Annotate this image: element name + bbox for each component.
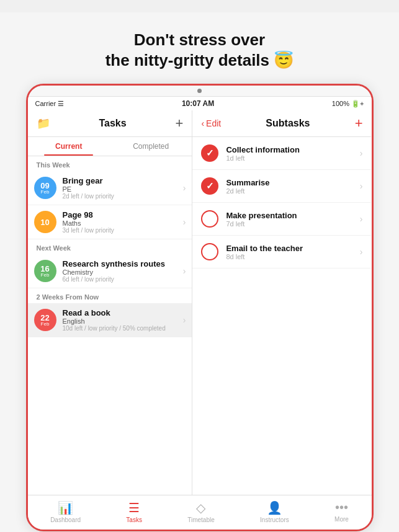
dashboard-icon: 📊 — [58, 500, 73, 515]
nav-item-instructors[interactable]: 👤 Instructors — [260, 500, 289, 523]
nav-label-timetable: Timetable — [187, 516, 215, 523]
task-meta-read-book: 10d left / low priority / 50% completed — [63, 325, 183, 332]
task-item-read-book[interactable]: 22 Feb Read a book English 10d left / lo… — [28, 303, 192, 337]
task-badge-09: 09 Feb — [34, 177, 56, 199]
subtask-due-summarise: 2d left — [226, 187, 359, 195]
status-bar: Carrier ☰ 10:07 AM 100% 🔋+ — [28, 97, 372, 110]
time-text: 10:07 AM — [182, 99, 214, 108]
subtask-arrow-presentation: › — [360, 214, 363, 224]
folder-icon: 📁 — [37, 117, 50, 130]
task-name-read-book: Read a book — [63, 308, 183, 317]
subtask-info-presentation: Make presentation 7d left — [226, 211, 359, 228]
task-item-bring-gear[interactable]: 09 Feb Bring gear PE 2d left / low prior… — [28, 171, 192, 205]
tasks-header: 📁 Tasks + — [28, 110, 192, 137]
timetable-icon: ◇ — [196, 500, 205, 515]
tab-completed[interactable]: Completed — [110, 137, 192, 156]
ipad-camera-dot — [197, 89, 202, 93]
subtask-arrow-summarise: › — [360, 181, 363, 191]
task-subject-read-book: English — [63, 317, 183, 325]
headline-line1: Don't stress over — [134, 30, 265, 49]
subtask-header: ‹ Edit Subtasks + — [192, 110, 371, 137]
task-info-page98: Page 98 Maths 3d left / low priority — [63, 210, 183, 234]
subtasks-title: Subtasks — [221, 118, 354, 129]
task-arrow-page98: › — [183, 217, 186, 227]
task-meta-page98: 3d left / low priority — [63, 227, 183, 234]
task-badge-10: 10 — [34, 211, 56, 233]
chevron-left-icon: ‹ — [201, 118, 204, 128]
nav-item-dashboard[interactable]: 📊 Dashboard — [50, 500, 81, 523]
task-arrow-bring-gear: › — [183, 183, 186, 193]
nav-label-dashboard: Dashboard — [50, 516, 81, 523]
task-arrow-research: › — [183, 266, 186, 276]
tab-current[interactable]: Current — [28, 137, 110, 156]
edit-button[interactable]: ‹ Edit — [201, 118, 221, 128]
check-circle-summarise: ✓ — [201, 177, 218, 195]
task-subject-page98: Maths — [63, 219, 183, 227]
subtask-due-presentation: 7d left — [226, 220, 359, 228]
instructors-icon: 👤 — [267, 500, 282, 515]
checkmark-icon-summarise: ✓ — [206, 180, 214, 192]
subtask-name-presentation: Make presentation — [226, 211, 359, 220]
ipad-top-bar — [28, 86, 372, 97]
ipad-frame: Carrier ☰ 10:07 AM 100% 🔋+ 📁 Tasks + Cur… — [26, 84, 374, 531]
subtask-name-collect: Collect information — [226, 145, 359, 154]
left-panel: 📁 Tasks + Current Completed This Week — [28, 110, 193, 495]
subtask-name-email: Email to the teacher — [226, 244, 359, 253]
more-icon: ••• — [335, 500, 348, 515]
task-badge-16: 16 Feb — [34, 260, 56, 282]
tasks-icon: ☰ — [128, 500, 140, 515]
task-badge-22: 22 Feb — [34, 309, 56, 331]
check-circle-collect: ✓ — [201, 144, 218, 162]
app-content: 📁 Tasks + Current Completed This Week — [28, 110, 372, 495]
tasks-add-button[interactable]: + — [176, 117, 184, 130]
task-meta-bring-gear: 2d left / low priority — [63, 193, 183, 200]
check-circle-email — [201, 243, 218, 260]
page-wrapper: Don't stress over the nitty-gritty detai… — [0, 12, 399, 532]
tasks-title: Tasks — [99, 118, 126, 129]
check-circle-presentation — [201, 210, 218, 228]
tasks-tabs: Current Completed — [28, 137, 192, 156]
checkmark-icon-collect: ✓ — [206, 148, 214, 159]
task-item-page98[interactable]: 10 Page 98 Maths 3d left / low priority … — [28, 205, 192, 239]
subtask-add-button[interactable]: + — [355, 117, 363, 130]
nav-item-more[interactable]: ••• More — [334, 500, 349, 523]
section-2weeks: 2 Weeks From Now — [28, 288, 192, 303]
task-name-research: Research synthesis routes — [63, 259, 183, 268]
subtask-arrow-collect: › — [360, 148, 363, 158]
task-arrow-read-book: › — [183, 315, 186, 325]
task-subject-research: Chemistry — [63, 268, 183, 276]
section-next-week: Next Week — [28, 239, 192, 254]
subtask-arrow-email: › — [360, 247, 363, 257]
subtask-due-email: 8d left — [226, 253, 359, 260]
task-subject-bring-gear: PE — [63, 185, 183, 193]
nav-label-tasks: Tasks — [126, 516, 142, 523]
subtask-item-collect[interactable]: ✓ Collect information 1d left › — [192, 137, 371, 170]
task-item-research[interactable]: 16 Feb Research synthesis routes Chemist… — [28, 254, 192, 288]
subtask-due-collect: 1d left — [226, 154, 359, 162]
nav-label-more: More — [334, 516, 349, 523]
task-info-research: Research synthesis routes Chemistry 6d l… — [63, 259, 183, 283]
task-info-bring-gear: Bring gear PE 2d left / low priority — [63, 176, 183, 200]
subtask-item-summarise[interactable]: ✓ Summarise 2d left › — [192, 170, 371, 203]
section-this-week: This Week — [28, 156, 192, 171]
nav-item-tasks[interactable]: ☰ Tasks — [126, 500, 142, 523]
task-info-read-book: Read a book English 10d left / low prior… — [63, 308, 183, 332]
battery-text: 100% 🔋+ — [332, 100, 364, 108]
subtask-item-email[interactable]: Email to the teacher 8d left › — [192, 236, 371, 268]
task-meta-research: 6d left / low priority — [63, 276, 183, 283]
subtask-info-summarise: Summarise 2d left — [226, 178, 359, 195]
subtask-info-email: Email to the teacher 8d left — [226, 244, 359, 260]
nav-label-instructors: Instructors — [260, 516, 289, 523]
carrier-text: Carrier ☰ — [35, 100, 65, 108]
bottom-nav: 📊 Dashboard ☰ Tasks ◇ Timetable 👤 Instru… — [28, 495, 372, 530]
task-name-page98: Page 98 — [63, 210, 183, 219]
task-name-bring-gear: Bring gear — [63, 176, 183, 185]
right-panel: ‹ Edit Subtasks + ✓ Collect information … — [192, 110, 371, 495]
nav-item-timetable[interactable]: ◇ Timetable — [187, 500, 215, 523]
subtask-name-summarise: Summarise — [226, 178, 359, 187]
subtask-info-collect: Collect information 1d left — [226, 145, 359, 162]
headline: Don't stress over the nitty-gritty detai… — [105, 30, 294, 70]
headline-line2: the nitty-gritty details 😇 — [105, 51, 294, 69]
subtask-item-presentation[interactable]: Make presentation 7d left › — [192, 203, 371, 236]
